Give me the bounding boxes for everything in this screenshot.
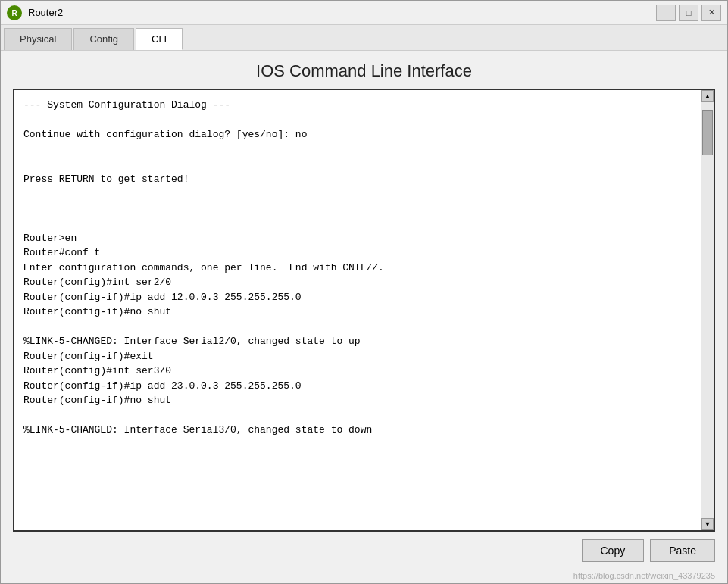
page-title: IOS Command Line Interface — [1, 51, 727, 89]
paste-button[interactable]: Paste — [650, 539, 715, 562]
close-button[interactable]: ✕ — [701, 5, 721, 21]
maximize-button[interactable]: □ — [679, 5, 698, 21]
tab-physical[interactable]: Physical — [4, 28, 72, 50]
window-controls: — □ ✕ — [656, 5, 721, 21]
app-icon: R — [7, 5, 22, 20]
tab-config[interactable]: Config — [73, 28, 134, 50]
minimize-button[interactable]: — — [656, 5, 676, 21]
scroll-thumb[interactable] — [702, 110, 713, 155]
terminal-output[interactable]: --- System Configuration Dialog --- Cont… — [14, 90, 701, 530]
main-content: --- System Configuration Dialog --- Cont… — [1, 89, 727, 532]
scroll-track[interactable] — [701, 102, 714, 518]
copy-button[interactable]: Copy — [582, 539, 645, 562]
scroll-up-arrow[interactable]: ▲ — [701, 90, 714, 102]
bottom-bar: Copy Paste — [1, 532, 727, 570]
watermark: https://blog.csdn.net/weixin_43379235 — [1, 570, 727, 583]
terminal-window[interactable]: --- System Configuration Dialog --- Cont… — [13, 89, 715, 532]
svg-text:R: R — [11, 9, 17, 17]
scroll-down-arrow[interactable]: ▼ — [701, 518, 714, 530]
scrollbar[interactable]: ▲ ▼ — [701, 90, 714, 530]
title-bar: R Router2 — □ ✕ — [1, 1, 727, 25]
main-window: R Router2 — □ ✕ Physical Config CLI IOS … — [0, 0, 728, 584]
tab-bar: Physical Config CLI — [1, 25, 727, 51]
tab-cli[interactable]: CLI — [136, 28, 183, 50]
window-title: Router2 — [28, 7, 656, 18]
